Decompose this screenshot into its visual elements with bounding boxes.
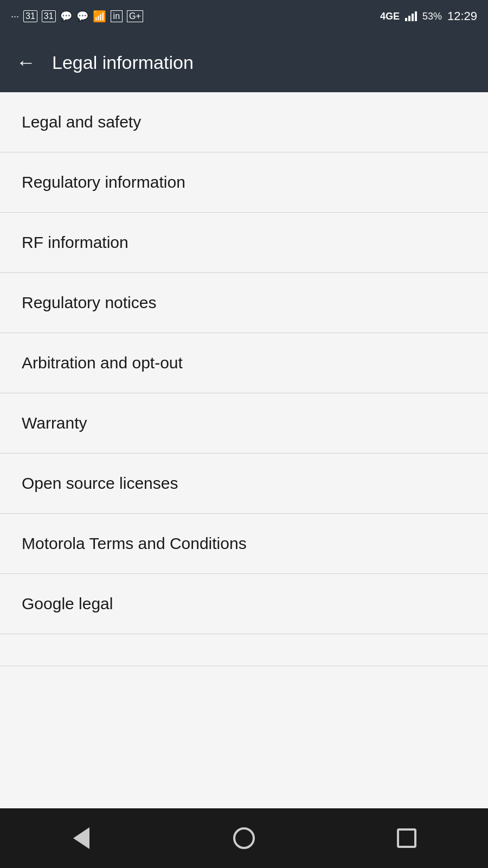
menu-item-label-warranty: Warranty <box>22 414 87 432</box>
menu-item-regulatory-information[interactable]: Regulatory information <box>0 152 488 213</box>
menu-item-label-motorola-terms: Motorola Terms and Conditions <box>22 534 247 553</box>
menu-item-motorola-terms[interactable]: Motorola Terms and Conditions <box>0 514 488 574</box>
status-bar: ··· 31 31 💬 💬 📶 in G+ 4GE 53% 12:29 <box>0 0 488 33</box>
menu-item-legal-safety[interactable]: Legal and safety <box>0 92 488 152</box>
menu-item-regulatory-notices[interactable]: Regulatory notices <box>0 273 488 333</box>
menu-item-label-legal-safety: Legal and safety <box>22 113 141 131</box>
menu-item-partial[interactable] <box>0 634 488 666</box>
menu-item-label-rf-information: RF information <box>22 233 129 252</box>
menu-item-rf-information[interactable]: RF information <box>0 213 488 273</box>
menu-item-arbitration-opt-out[interactable]: Arbitration and opt-out <box>0 333 488 393</box>
nav-back-button[interactable] <box>60 816 103 860</box>
status-time: 12:29 <box>447 9 477 23</box>
nav-recents-icon <box>397 828 416 848</box>
toolbar: ← Legal information <box>0 33 488 92</box>
menu-item-warranty[interactable]: Warranty <box>0 393 488 454</box>
menu-item-label-google-legal: Google legal <box>22 595 113 613</box>
back-button[interactable]: ← <box>16 51 36 74</box>
linkedin-icon: in <box>111 10 123 22</box>
calendar-icon-1: 31 <box>23 10 37 22</box>
network-icon: 4GE <box>380 11 400 22</box>
menu-item-label-regulatory-information: Regulatory information <box>22 173 185 192</box>
nav-home-button[interactable] <box>222 816 266 860</box>
menu-item-open-source-licenses[interactable]: Open source licenses <box>0 454 488 514</box>
message-icon-1: 💬 <box>60 10 72 22</box>
menu-item-google-legal[interactable]: Google legal <box>0 574 488 634</box>
menu-item-label-regulatory-notices: Regulatory notices <box>22 293 156 312</box>
menu-list: Legal and safety Regulatory information … <box>0 92 488 808</box>
back-arrow-icon: ← <box>16 51 36 74</box>
nav-back-icon <box>73 827 89 849</box>
calendar-icon-2: 31 <box>42 10 56 22</box>
battery-percent: 53% <box>422 11 442 22</box>
page-title: Legal information <box>52 52 194 73</box>
message-icon-2: 💬 <box>76 10 88 22</box>
status-bar-left: ··· 31 31 💬 💬 📶 in G+ <box>11 10 143 23</box>
status-bar-right: 4GE 53% 12:29 <box>380 9 477 23</box>
nav-home-icon <box>233 827 255 849</box>
wifi-icon: 📶 <box>93 10 106 23</box>
signal-bars <box>405 11 417 21</box>
dots-icon: ··· <box>11 11 19 22</box>
nav-recents-button[interactable] <box>385 816 428 860</box>
menu-item-label-arbitration-opt-out: Arbitration and opt-out <box>22 354 183 372</box>
menu-item-label-open-source-licenses: Open source licenses <box>22 474 178 493</box>
nav-bar <box>0 808 488 868</box>
app-icon: G+ <box>127 10 143 22</box>
